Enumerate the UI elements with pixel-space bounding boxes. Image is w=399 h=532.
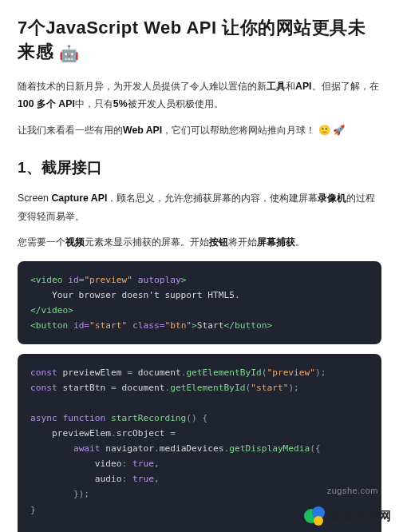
bold-text: 按钮 xyxy=(209,236,228,248)
text: 元素来显示捕获的屏幕。开始 xyxy=(85,236,209,248)
code-id: mediaDevices xyxy=(160,443,224,454)
code-punct: }); xyxy=(73,489,89,499)
code-punct: . xyxy=(111,428,117,439)
code-str: "preview" xyxy=(84,275,132,285)
code-punct: () xyxy=(186,413,196,423)
code-punct: ); xyxy=(315,367,326,378)
bold-text: 视频 xyxy=(65,236,85,248)
text: 被开发人员积极使用。 xyxy=(128,98,223,109)
code-id: srcObject xyxy=(117,428,165,439)
code-kw: await xyxy=(73,443,101,454)
code-punct: : xyxy=(122,474,132,484)
code-id: startBtn xyxy=(57,383,111,393)
code-punct: ({ xyxy=(310,443,320,454)
code-attr: autoplay xyxy=(132,275,181,285)
bold-text: 100 多个 API xyxy=(18,98,75,109)
code-punct: = xyxy=(127,367,137,378)
code-tag: <button xyxy=(30,320,68,331)
code-block-html: <video id="preview" autoplay> Your brows… xyxy=(18,261,381,344)
text: 将开始 xyxy=(228,236,257,248)
code-text: Start xyxy=(197,320,224,331)
section-paragraph-1: Screen Capture API，顾名思义，允许您捕获屏幕的内容，使构建屏幕… xyxy=(18,189,381,225)
code-punct: : xyxy=(122,459,132,469)
code-fn: startRecording xyxy=(105,413,186,423)
text: ，它们可以帮助您将网站推向月球！ xyxy=(162,125,318,136)
bold-text: 工具 xyxy=(267,81,286,92)
code-pad xyxy=(30,489,73,499)
text: ，顾名思义，允许您捕获屏幕的内容，使构建屏幕 xyxy=(107,193,318,204)
code-id: video xyxy=(95,459,122,469)
text: 您需要一个 xyxy=(18,236,65,248)
bold-text: Capture API xyxy=(51,193,107,204)
text: 。但据了解，在 xyxy=(312,81,379,92)
code-tag: > xyxy=(192,320,197,331)
smile-emoji: 🙂 xyxy=(318,125,330,136)
code-fn: getDisplayMedia xyxy=(229,443,310,454)
code-str: "start" xyxy=(251,383,288,393)
code-tag: </video> xyxy=(30,305,73,316)
code-punct: , xyxy=(154,474,160,484)
page-title: 7个JavaScript Web API 让你的网站更具未来感 🤖 xyxy=(18,16,381,65)
code-id: previewElem xyxy=(57,367,128,378)
code-tag: </button> xyxy=(224,320,273,331)
code-fn: getElementById xyxy=(186,367,261,378)
code-punct: = xyxy=(111,383,121,393)
code-fn: getElementById xyxy=(170,383,245,393)
text: 随着技术的日新月异，为开发人员提供了令人难以置信的新 xyxy=(18,81,267,92)
code-punct: , xyxy=(154,459,160,469)
bold-text: 屏幕捕获 xyxy=(257,236,295,248)
footer-brand: 阳奋手游网 xyxy=(304,505,391,527)
code-punct: { xyxy=(197,413,207,423)
robot-emoji: 🤖 xyxy=(59,45,80,62)
code-attr: id= xyxy=(68,320,89,331)
rocket-emoji: 🚀 xyxy=(333,125,345,136)
code-kw: const xyxy=(30,383,57,393)
code-punct: } xyxy=(30,505,36,515)
code-id: document xyxy=(122,383,165,393)
code-kw: function xyxy=(57,413,106,423)
section-heading-1: 1、截屏接口 xyxy=(18,157,381,178)
bold-text: Web API xyxy=(123,125,162,136)
code-pad xyxy=(30,443,73,454)
code-kw: const xyxy=(30,367,57,378)
section-paragraph-2: 您需要一个视频元素来显示捕获的屏幕。开始按钮将开始屏幕捕获。 xyxy=(18,233,381,252)
code-punct: ); xyxy=(288,383,298,393)
code-id: audio xyxy=(95,474,122,484)
bold-text: 录像机 xyxy=(318,193,346,204)
text: 中，只有 xyxy=(75,98,113,109)
intro-paragraph-1: 随着技术的日新月异，为开发人员提供了令人难以置信的新工具和API。但据了解，在1… xyxy=(18,77,381,113)
watermark-text: zugshe.com xyxy=(327,486,378,495)
text: 让我们来看看一些有用的 xyxy=(18,125,123,136)
code-id: document xyxy=(138,367,181,378)
text: 。 xyxy=(295,236,305,248)
code-pad xyxy=(30,428,52,439)
code-pad xyxy=(30,474,95,484)
code-id: navigator xyxy=(101,443,154,454)
code-pad xyxy=(30,459,95,469)
code-str: "btn" xyxy=(164,320,192,331)
code-punct: . xyxy=(154,443,160,454)
intro-paragraph-2: 让我们来看看一些有用的Web API，它们可以帮助您将网站推向月球！ 🙂 🚀 xyxy=(18,121,381,140)
code-attr: class= xyxy=(127,320,164,331)
code-tag: <video xyxy=(30,275,62,285)
code-tag: > xyxy=(181,275,187,285)
code-text: Your browser doesn't support HTML5. xyxy=(30,290,240,300)
bold-text: API xyxy=(295,81,312,92)
code-bool: true xyxy=(132,459,154,469)
bold-text: 5% xyxy=(113,98,128,109)
code-attr: id= xyxy=(62,275,84,285)
brand-logo-icon xyxy=(304,505,326,527)
code-str: "start" xyxy=(89,320,127,331)
code-kw: async xyxy=(30,413,57,423)
code-bool: true xyxy=(132,474,154,484)
code-id: previewElem xyxy=(52,428,111,439)
text: 和 xyxy=(286,81,295,92)
code-str: "preview" xyxy=(267,367,315,378)
text: Screen xyxy=(18,193,51,204)
brand-name: 阳奋手游网 xyxy=(331,509,391,524)
code-punct: = xyxy=(164,428,175,439)
